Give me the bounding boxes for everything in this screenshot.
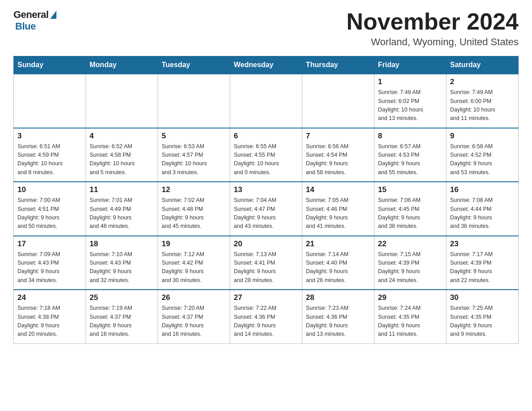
day-number: 19 bbox=[162, 240, 226, 248]
day-number: 8 bbox=[378, 132, 442, 141]
day-number: 9 bbox=[450, 132, 515, 141]
calendar-cell: 2Sunrise: 7:49 AMSunset: 6:00 PMDaylight… bbox=[446, 74, 519, 128]
day-info: Sunrise: 6:51 AMSunset: 4:59 PMDaylight:… bbox=[17, 142, 82, 177]
day-info: Sunrise: 7:00 AMSunset: 4:51 PMDaylight:… bbox=[17, 196, 82, 231]
page-header: General Blue November 2024 Worland, Wyom… bbox=[13, 9, 519, 48]
day-number: 29 bbox=[378, 293, 442, 302]
calendar-cell: 23Sunrise: 7:17 AMSunset: 4:39 PMDayligh… bbox=[446, 236, 519, 290]
calendar-cell: 20Sunrise: 7:13 AMSunset: 4:41 PMDayligh… bbox=[230, 236, 302, 290]
logo-blue-text: Blue bbox=[15, 21, 36, 32]
calendar-cell: 5Sunrise: 6:53 AMSunset: 4:57 PMDaylight… bbox=[158, 128, 230, 182]
calendar-cell bbox=[14, 74, 86, 128]
day-info: Sunrise: 7:25 AMSunset: 4:35 PMDaylight:… bbox=[450, 304, 515, 339]
calendar-cell: 12Sunrise: 7:02 AMSunset: 4:48 PMDayligh… bbox=[158, 182, 230, 236]
day-number: 30 bbox=[450, 293, 515, 302]
day-info: Sunrise: 7:01 AMSunset: 4:49 PMDaylight:… bbox=[90, 196, 154, 231]
day-info: Sunrise: 7:18 AMSunset: 4:38 PMDaylight:… bbox=[17, 304, 82, 339]
day-info: Sunrise: 7:06 AMSunset: 4:45 PMDaylight:… bbox=[378, 196, 442, 231]
month-title: November 2024 bbox=[347, 9, 519, 34]
calendar-header-tuesday: Tuesday bbox=[158, 56, 230, 74]
calendar-cell: 9Sunrise: 6:58 AMSunset: 4:52 PMDaylight… bbox=[446, 128, 519, 182]
calendar-cell: 26Sunrise: 7:20 AMSunset: 4:37 PMDayligh… bbox=[158, 290, 230, 343]
day-info: Sunrise: 7:17 AMSunset: 4:39 PMDaylight:… bbox=[450, 250, 515, 285]
calendar-week-row-4: 17Sunrise: 7:09 AMSunset: 4:43 PMDayligh… bbox=[14, 236, 519, 290]
day-number: 18 bbox=[90, 240, 154, 248]
day-number: 7 bbox=[306, 132, 370, 141]
calendar-header-wednesday: Wednesday bbox=[230, 56, 302, 74]
location-title: Worland, Wyoming, United States bbox=[347, 36, 519, 48]
day-info: Sunrise: 7:14 AMSunset: 4:40 PMDaylight:… bbox=[306, 250, 370, 285]
day-info: Sunrise: 6:57 AMSunset: 4:53 PMDaylight:… bbox=[378, 142, 442, 177]
day-info: Sunrise: 7:19 AMSunset: 4:37 PMDaylight:… bbox=[90, 304, 154, 339]
calendar-header-friday: Friday bbox=[374, 56, 446, 74]
day-info: Sunrise: 7:12 AMSunset: 4:42 PMDaylight:… bbox=[162, 250, 226, 285]
day-number: 13 bbox=[234, 185, 298, 194]
day-number: 27 bbox=[234, 293, 298, 302]
calendar-cell: 13Sunrise: 7:04 AMSunset: 4:47 PMDayligh… bbox=[230, 182, 302, 236]
day-number: 3 bbox=[17, 132, 82, 141]
day-number: 1 bbox=[378, 77, 442, 86]
day-info: Sunrise: 6:55 AMSunset: 4:55 PMDaylight:… bbox=[234, 142, 298, 177]
day-number: 11 bbox=[90, 185, 154, 194]
calendar-week-row-1: 1Sunrise: 7:48 AMSunset: 6:02 PMDaylight… bbox=[14, 74, 519, 128]
calendar-cell: 18Sunrise: 7:10 AMSunset: 4:43 PMDayligh… bbox=[86, 236, 158, 290]
day-number: 17 bbox=[17, 240, 82, 248]
day-info: Sunrise: 7:05 AMSunset: 4:46 PMDaylight:… bbox=[306, 196, 370, 231]
day-number: 4 bbox=[90, 132, 154, 141]
calendar-cell: 16Sunrise: 7:08 AMSunset: 4:44 PMDayligh… bbox=[446, 182, 519, 236]
day-info: Sunrise: 7:23 AMSunset: 4:36 PMDaylight:… bbox=[306, 304, 370, 339]
calendar-cell: 25Sunrise: 7:19 AMSunset: 4:37 PMDayligh… bbox=[86, 290, 158, 343]
calendar-cell: 15Sunrise: 7:06 AMSunset: 4:45 PMDayligh… bbox=[374, 182, 446, 236]
day-info: Sunrise: 6:58 AMSunset: 4:52 PMDaylight:… bbox=[450, 142, 515, 177]
day-number: 10 bbox=[17, 185, 82, 194]
day-info: Sunrise: 7:15 AMSunset: 4:39 PMDaylight:… bbox=[378, 250, 442, 285]
calendar-cell: 3Sunrise: 6:51 AMSunset: 4:59 PMDaylight… bbox=[14, 128, 86, 182]
day-info: Sunrise: 7:20 AMSunset: 4:37 PMDaylight:… bbox=[162, 304, 226, 339]
calendar-cell bbox=[302, 74, 374, 128]
calendar-table: SundayMondayTuesdayWednesdayThursdayFrid… bbox=[13, 56, 519, 344]
calendar-week-row-2: 3Sunrise: 6:51 AMSunset: 4:59 PMDaylight… bbox=[14, 128, 519, 182]
day-number: 15 bbox=[378, 185, 442, 194]
day-number: 25 bbox=[90, 293, 154, 302]
calendar-cell bbox=[86, 74, 158, 128]
calendar-cell: 22Sunrise: 7:15 AMSunset: 4:39 PMDayligh… bbox=[374, 236, 446, 290]
calendar-cell: 24Sunrise: 7:18 AMSunset: 4:38 PMDayligh… bbox=[14, 290, 86, 343]
day-number: 16 bbox=[450, 185, 515, 194]
day-number: 21 bbox=[306, 240, 370, 248]
calendar-header-sunday: Sunday bbox=[14, 56, 86, 74]
calendar-cell: 7Sunrise: 6:56 AMSunset: 4:54 PMDaylight… bbox=[302, 128, 374, 182]
calendar-cell: 29Sunrise: 7:24 AMSunset: 4:35 PMDayligh… bbox=[374, 290, 446, 343]
calendar-cell: 19Sunrise: 7:12 AMSunset: 4:42 PMDayligh… bbox=[158, 236, 230, 290]
day-number: 23 bbox=[450, 240, 515, 248]
calendar-cell: 10Sunrise: 7:00 AMSunset: 4:51 PMDayligh… bbox=[14, 182, 86, 236]
calendar-week-row-3: 10Sunrise: 7:00 AMSunset: 4:51 PMDayligh… bbox=[14, 182, 519, 236]
calendar-cell: 6Sunrise: 6:55 AMSunset: 4:55 PMDaylight… bbox=[230, 128, 302, 182]
calendar-cell: 11Sunrise: 7:01 AMSunset: 4:49 PMDayligh… bbox=[86, 182, 158, 236]
day-info: Sunrise: 7:49 AMSunset: 6:00 PMDaylight:… bbox=[450, 88, 515, 123]
day-number: 26 bbox=[162, 293, 226, 302]
day-number: 2 bbox=[450, 77, 515, 86]
title-block: November 2024 Worland, Wyoming, United S… bbox=[347, 9, 519, 48]
calendar-cell: 8Sunrise: 6:57 AMSunset: 4:53 PMDaylight… bbox=[374, 128, 446, 182]
day-number: 6 bbox=[234, 132, 298, 141]
day-info: Sunrise: 7:02 AMSunset: 4:48 PMDaylight:… bbox=[162, 196, 226, 231]
day-info: Sunrise: 7:08 AMSunset: 4:44 PMDaylight:… bbox=[450, 196, 515, 231]
day-number: 5 bbox=[162, 132, 226, 141]
calendar-cell bbox=[158, 74, 230, 128]
calendar-cell: 4Sunrise: 6:52 AMSunset: 4:58 PMDaylight… bbox=[86, 128, 158, 182]
day-info: Sunrise: 7:48 AMSunset: 6:02 PMDaylight:… bbox=[378, 88, 442, 123]
logo-triangle-icon bbox=[50, 11, 56, 19]
day-info: Sunrise: 7:09 AMSunset: 4:43 PMDaylight:… bbox=[17, 250, 82, 285]
calendar-cell: 14Sunrise: 7:05 AMSunset: 4:46 PMDayligh… bbox=[302, 182, 374, 236]
day-info: Sunrise: 7:13 AMSunset: 4:41 PMDaylight:… bbox=[234, 250, 298, 285]
day-info: Sunrise: 6:56 AMSunset: 4:54 PMDaylight:… bbox=[306, 142, 370, 177]
day-number: 12 bbox=[162, 185, 226, 194]
day-info: Sunrise: 7:04 AMSunset: 4:47 PMDaylight:… bbox=[234, 196, 298, 231]
day-info: Sunrise: 6:53 AMSunset: 4:57 PMDaylight:… bbox=[162, 142, 226, 177]
calendar-cell: 27Sunrise: 7:22 AMSunset: 4:36 PMDayligh… bbox=[230, 290, 302, 343]
day-number: 20 bbox=[234, 240, 298, 248]
day-info: Sunrise: 7:10 AMSunset: 4:43 PMDaylight:… bbox=[90, 250, 154, 285]
calendar-header-thursday: Thursday bbox=[302, 56, 374, 74]
calendar-header-monday: Monday bbox=[86, 56, 158, 74]
calendar-cell: 1Sunrise: 7:48 AMSunset: 6:02 PMDaylight… bbox=[374, 74, 446, 128]
